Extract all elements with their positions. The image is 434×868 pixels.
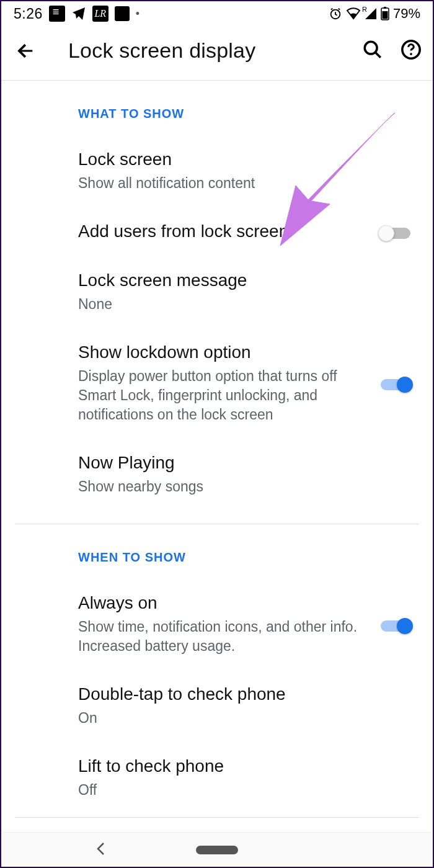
setting-lock-screen-message[interactable]: Lock screen message None	[15, 269, 419, 341]
setting-subtitle: Show all notification content	[78, 174, 409, 193]
setting-title: Double-tap to check phone	[78, 683, 409, 705]
app-bar: Lock screen display	[1, 26, 433, 80]
status-bar: 5:26 LR • R 79%	[1, 1, 433, 26]
setting-add-users[interactable]: Add users from lock screen	[15, 220, 419, 269]
setting-subtitle: Show nearby songs	[78, 477, 409, 496]
setting-show-lockdown[interactable]: Show lockdown option Display power butto…	[15, 341, 419, 452]
section-when-to-show: When to show Always on Show time, notifi…	[15, 524, 419, 818]
svg-point-4	[365, 42, 377, 54]
notification-more-icon: •	[136, 7, 140, 20]
settings-list: What to show Lock screen Show all notifi…	[1, 81, 433, 818]
alarm-icon	[329, 7, 342, 20]
toggle-show-lockdown[interactable]	[379, 375, 412, 393]
help-button[interactable]	[401, 39, 422, 63]
svg-point-6	[410, 53, 412, 55]
setting-subtitle: Off	[78, 781, 409, 800]
setting-title: Now Playing	[78, 452, 409, 473]
section-what-to-show: What to show Lock screen Show all notifi…	[15, 81, 419, 524]
navigation-bar	[2, 832, 432, 867]
setting-title: Add users from lock screen	[78, 220, 362, 242]
status-time: 5:26	[14, 6, 43, 22]
notification-telegram-icon	[71, 6, 86, 21]
battery-icon	[381, 7, 389, 20]
setting-title: Show lockdown option	[78, 341, 362, 363]
nav-home-pill[interactable]	[196, 846, 238, 854]
setting-title: Lock screen message	[78, 269, 409, 291]
notification-app-icon	[115, 6, 130, 21]
toggle-always-on[interactable]	[379, 616, 412, 635]
setting-lock-screen[interactable]: Lock screen Show all notification conten…	[15, 148, 419, 220]
battery-percentage: 79%	[393, 6, 420, 22]
setting-double-tap[interactable]: Double-tap to check phone On	[15, 683, 419, 755]
setting-subtitle: None	[78, 295, 409, 314]
setting-title: Lock screen	[78, 148, 409, 170]
setting-title: Always on	[78, 592, 362, 614]
setting-lift-to-check[interactable]: Lift to check phone Off	[15, 755, 419, 817]
svg-rect-3	[382, 11, 388, 19]
nav-back-button[interactable]	[95, 841, 107, 859]
page-title: Lock screen display	[68, 38, 362, 63]
setting-now-playing[interactable]: Now Playing Show nearby songs	[15, 452, 419, 524]
notification-lr-icon: LR	[92, 6, 108, 22]
back-button[interactable]	[15, 40, 45, 61]
section-heading: What to show	[78, 107, 419, 121]
svg-rect-2	[384, 7, 386, 9]
setting-subtitle: Display power button option that turns o…	[78, 367, 362, 424]
setting-subtitle: On	[78, 709, 409, 728]
toggle-add-users[interactable]	[379, 223, 412, 242]
section-heading: When to show	[78, 550, 419, 565]
setting-title: Lift to check phone	[78, 755, 409, 777]
setting-subtitle: Show time, notification icons, and other…	[78, 617, 362, 656]
notification-chat-icon	[49, 6, 65, 22]
wifi-icon: R	[346, 7, 361, 20]
setting-always-on[interactable]: Always on Show time, notification icons,…	[15, 592, 419, 683]
search-button[interactable]	[362, 39, 383, 63]
